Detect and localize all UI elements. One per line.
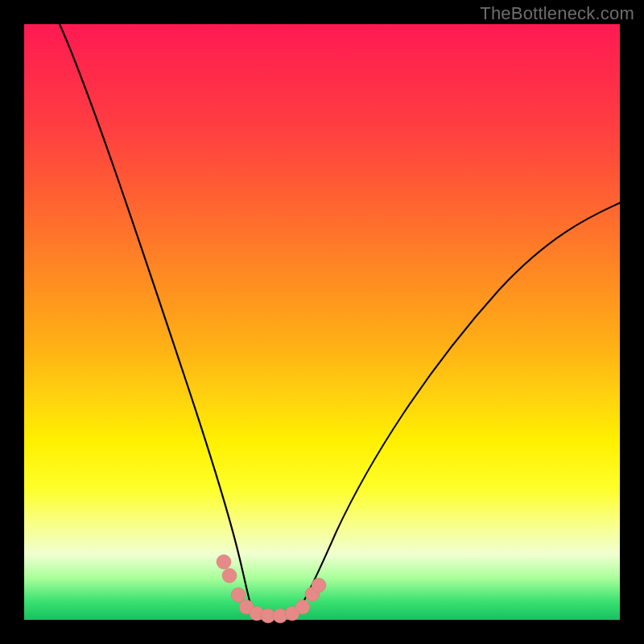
marker-dot [217,555,231,569]
curve-left-branch [60,24,252,610]
chart-frame: TheBottleneck.com [0,0,644,644]
marker-dot [312,578,326,592]
marker-group [217,555,326,623]
marker-dot [295,600,310,614]
marker-dot [231,588,246,602]
chart-lines [24,24,620,620]
watermark-text: TheBottleneck.com [480,3,634,24]
marker-dot [222,568,237,583]
curve-right-branch [299,203,620,610]
